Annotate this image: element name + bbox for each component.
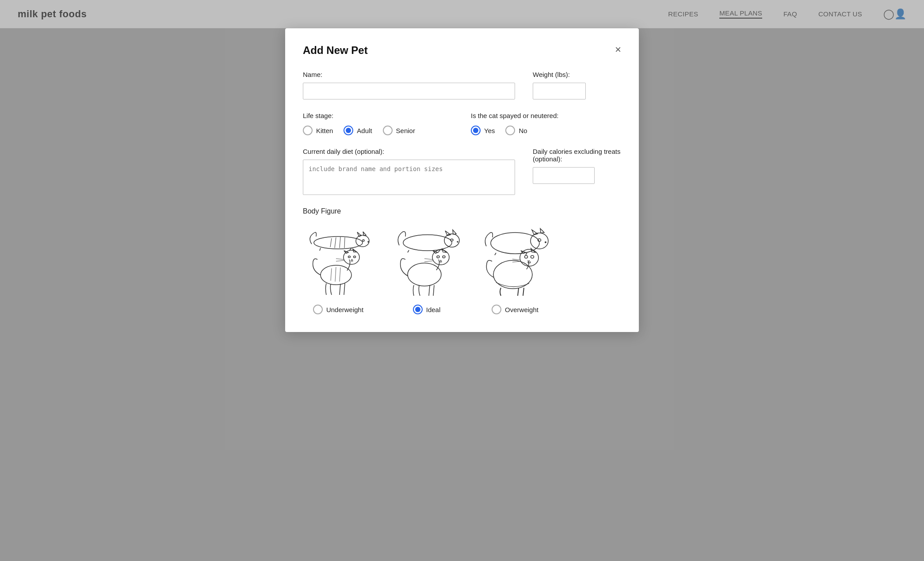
svg-line-50 xyxy=(495,253,496,255)
lifestage-spayed-row: Life stage: Kitten Adult Senior xyxy=(303,112,621,135)
svg-line-41 xyxy=(433,285,434,296)
svg-line-23 xyxy=(335,267,336,282)
svg-line-60 xyxy=(518,288,519,296)
svg-line-40 xyxy=(424,261,433,262)
svg-point-44 xyxy=(531,233,548,249)
spayed-no-radio[interactable] xyxy=(505,126,515,135)
body-figure-grid: Underweight xyxy=(303,224,621,314)
svg-line-18 xyxy=(336,259,344,260)
svg-point-0 xyxy=(314,237,363,249)
lifestage-group: Life stage: Kitten Adult Senior xyxy=(303,112,453,135)
svg-line-49 xyxy=(526,253,527,255)
svg-line-31 xyxy=(438,250,440,252)
svg-point-48 xyxy=(545,242,546,243)
spayed-group: Is the cat spayed or neutered: Yes No xyxy=(471,112,621,135)
name-input[interactable] xyxy=(303,83,515,99)
ideal-label-row: Ideal xyxy=(413,305,441,314)
spayed-yes[interactable]: Yes xyxy=(471,126,495,135)
svg-line-21 xyxy=(340,284,340,295)
body-figure-section: Body Figure xyxy=(303,207,621,314)
svg-line-57 xyxy=(512,259,520,260)
name-weight-row: Name: Weight (lbs): xyxy=(303,71,621,99)
diet-label: Current daily diet (optional): xyxy=(303,148,515,155)
cat-overweight-illustration xyxy=(480,224,550,299)
svg-point-17 xyxy=(354,256,356,258)
name-group: Name: xyxy=(303,71,515,99)
spayed-yes-radio[interactable] xyxy=(471,126,481,135)
svg-point-30 xyxy=(457,241,458,242)
spayed-yes-label: Yes xyxy=(484,127,495,134)
lifestage-kitten-label: Kitten xyxy=(316,127,333,134)
svg-line-20 xyxy=(344,283,345,295)
svg-line-7 xyxy=(335,237,336,248)
svg-marker-28 xyxy=(453,230,456,234)
svg-marker-46 xyxy=(540,229,544,233)
lifestage-kitten-radio[interactable] xyxy=(303,126,313,135)
lifestage-senior-radio[interactable] xyxy=(383,126,393,135)
lifestage-radio-group: Kitten Adult Senior xyxy=(303,126,453,135)
svg-line-9 xyxy=(344,237,345,248)
svg-line-58 xyxy=(512,261,520,262)
weight-group: Weight (lbs): xyxy=(533,71,621,99)
name-label: Name: xyxy=(303,71,515,78)
lifestage-senior-label: Senior xyxy=(396,127,415,134)
svg-point-16 xyxy=(348,256,351,258)
body-figure-overweight[interactable]: Overweight xyxy=(480,224,550,314)
modal-header: Add New Pet × xyxy=(303,44,621,57)
ideal-label: Ideal xyxy=(426,306,441,313)
body-figure-overweight-radio[interactable] xyxy=(492,305,501,314)
lifestage-adult-radio[interactable] xyxy=(344,126,353,135)
svg-line-39 xyxy=(424,259,433,260)
body-figure-ideal-radio[interactable] xyxy=(413,305,423,314)
weight-input[interactable] xyxy=(533,83,586,99)
svg-point-43 xyxy=(491,233,539,254)
lifestage-adult-label: Adult xyxy=(357,127,372,134)
spayed-label: Is the cat spayed or neutered: xyxy=(471,112,621,119)
lifestage-label: Life stage: xyxy=(303,112,453,119)
modal-close-button[interactable]: × xyxy=(615,44,621,55)
underweight-label: Underweight xyxy=(326,306,363,313)
svg-line-59 xyxy=(523,288,524,296)
modal-overlay: Add New Pet × Name: Weight (lbs): Life s… xyxy=(0,0,924,561)
lifestage-senior[interactable]: Senior xyxy=(383,126,415,135)
svg-point-26 xyxy=(444,234,459,247)
underweight-label-row: Underweight xyxy=(313,305,363,314)
spayed-radio-group: Yes No xyxy=(471,126,621,135)
diet-calories-row: Current daily diet (optional): Daily cal… xyxy=(303,148,621,195)
calories-label: Daily calories excluding treats (optiona… xyxy=(533,148,621,163)
overweight-label-row: Overweight xyxy=(492,305,538,314)
calories-group: Daily calories excluding treats (optiona… xyxy=(533,148,621,195)
svg-line-8 xyxy=(340,237,340,248)
svg-point-4 xyxy=(363,240,364,241)
lifestage-adult[interactable]: Adult xyxy=(344,126,372,135)
svg-line-42 xyxy=(429,286,430,296)
svg-point-5 xyxy=(368,241,369,242)
body-figure-title: Body Figure xyxy=(303,207,621,215)
spayed-no-label: No xyxy=(519,127,527,134)
svg-line-32 xyxy=(408,250,409,252)
diet-textarea[interactable] xyxy=(303,160,515,195)
svg-point-38 xyxy=(443,256,445,258)
svg-line-24 xyxy=(340,267,340,282)
spayed-no[interactable]: No xyxy=(505,126,527,135)
svg-point-56 xyxy=(531,256,534,258)
overweight-label: Overweight xyxy=(505,306,538,313)
svg-line-19 xyxy=(336,260,344,261)
body-figure-ideal[interactable]: Ideal xyxy=(391,224,462,314)
calories-input[interactable] xyxy=(533,167,595,184)
svg-point-37 xyxy=(437,256,439,258)
svg-line-6 xyxy=(330,238,332,247)
svg-marker-15 xyxy=(353,249,357,252)
add-pet-modal: Add New Pet × Name: Weight (lbs): Life s… xyxy=(285,28,639,332)
svg-marker-3 xyxy=(363,232,366,236)
svg-point-13 xyxy=(344,250,359,264)
svg-point-55 xyxy=(525,256,528,258)
lifestage-kitten[interactable]: Kitten xyxy=(303,126,333,135)
modal-title: Add New Pet xyxy=(303,44,368,57)
body-figure-underweight[interactable]: Underweight xyxy=(303,224,374,314)
cat-underweight-illustration xyxy=(303,224,374,299)
svg-marker-36 xyxy=(442,249,447,252)
cat-ideal-illustration xyxy=(391,224,462,299)
weight-label: Weight (lbs): xyxy=(533,71,621,78)
body-figure-underweight-radio[interactable] xyxy=(313,305,323,314)
